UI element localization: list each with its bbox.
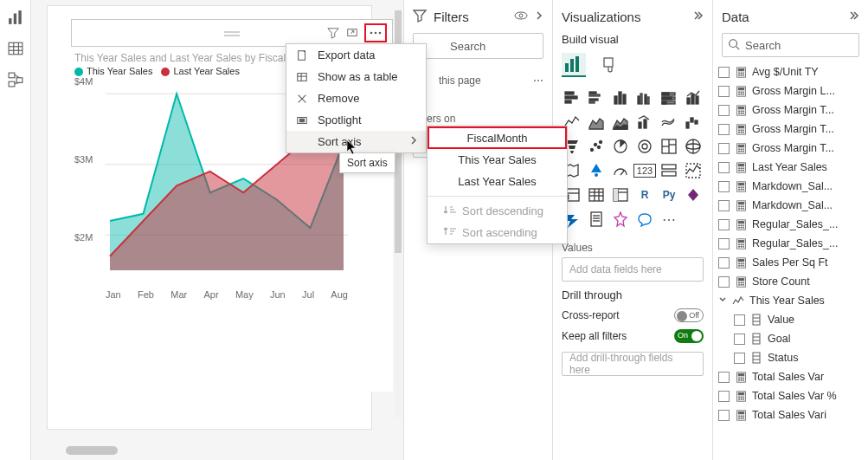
field-checkbox[interactable] [734, 334, 745, 345]
field-row[interactable]: Gross Margin T... [718, 120, 863, 139]
field-row[interactable]: Regular_Sales_... [718, 234, 863, 253]
menu-item-export-data[interactable]: Export data [286, 44, 426, 66]
filters-search[interactable]: Search [413, 33, 543, 59]
viz-type-azure-map[interactable] [586, 160, 607, 181]
collapse-icon[interactable] [847, 10, 859, 24]
report-view-icon[interactable] [7, 9, 24, 26]
sort-by-last-year-sales[interactable]: Last Year Sales [428, 171, 567, 192]
field-label: Gross Margin L... [752, 85, 835, 97]
model-view-icon[interactable] [7, 71, 24, 88]
field-checkbox[interactable] [718, 372, 730, 383]
field-row[interactable]: Total Sales Var % [718, 386, 863, 405]
field-checkbox[interactable] [718, 181, 730, 192]
viz-type-clustered-bar[interactable] [586, 87, 607, 108]
values-field-well[interactable]: Add data fields here [562, 257, 704, 282]
menu-item-show-as-a-table[interactable]: Show as a table [286, 66, 426, 87]
viz-type-paginated[interactable] [586, 209, 607, 230]
field-row[interactable]: Last Year Sales [718, 158, 863, 177]
field-checkbox[interactable] [718, 238, 730, 249]
viz-type-area[interactable] [586, 112, 607, 133]
field-row[interactable]: Gross Margin L... [718, 81, 863, 100]
viz-type-stacked-column[interactable] [610, 87, 631, 108]
viz-type-gauge[interactable] [610, 160, 631, 181]
viz-type-kpi[interactable] [683, 160, 704, 181]
field-row[interactable]: Gross Margin T... [718, 100, 863, 120]
viz-type-clustered-column[interactable] [634, 87, 655, 108]
collapse-icon[interactable] [535, 10, 543, 24]
keep-filters-toggle[interactable]: On [674, 329, 704, 343]
field-checkbox[interactable] [718, 200, 730, 211]
viz-type-multi-card[interactable] [659, 160, 679, 181]
svg-rect-29 [299, 119, 304, 122]
viz-type-treemap[interactable] [659, 136, 679, 157]
viz-type-more[interactable]: ⋯ [659, 209, 679, 230]
more-icon[interactable]: ⋯ [533, 75, 543, 87]
field-row[interactable]: Markdown_Sal... [718, 196, 863, 215]
field-row[interactable]: Markdown_Sal... [718, 177, 863, 196]
field-checkbox[interactable] [718, 219, 730, 230]
field-checkbox[interactable] [718, 276, 730, 288]
data-search[interactable]: Search [722, 33, 859, 57]
build-visual-tab[interactable] [562, 53, 586, 77]
field-checkbox[interactable] [718, 391, 730, 402]
field-row[interactable]: Total Sales Var [718, 367, 863, 386]
menu-item-remove[interactable]: Remove [286, 87, 426, 109]
field-row-expanded[interactable]: This Year Sales [718, 291, 863, 310]
sort-descending[interactable]: Sort descending [428, 200, 567, 222]
filter-icon[interactable] [326, 26, 340, 40]
viz-type-map[interactable] [683, 136, 704, 157]
field-checkbox[interactable] [718, 105, 730, 116]
viz-type-python[interactable]: Py [659, 185, 679, 205]
field-row-child[interactable]: Status [718, 348, 863, 367]
svg-point-195 [740, 284, 741, 285]
viz-type-power-apps[interactable] [683, 185, 704, 205]
viz-type-matrix[interactable] [610, 185, 631, 205]
field-checkbox[interactable] [718, 67, 730, 78]
viz-type-line-column[interactable] [634, 112, 655, 133]
field-checkbox[interactable] [718, 162, 730, 173]
cross-report-toggle[interactable]: Off [674, 308, 704, 322]
viz-type-pie[interactable] [610, 136, 631, 157]
viz-type-scatter[interactable] [586, 136, 607, 157]
menu-item-spotlight[interactable]: Spotlight [286, 109, 426, 131]
focus-icon[interactable] [345, 26, 359, 40]
show-filters-icon[interactable] [514, 10, 528, 24]
sort-by-fiscalmonth[interactable]: FiscalMonth [428, 126, 567, 149]
field-row[interactable]: Total Sales Vari [718, 405, 863, 424]
field-row-child[interactable]: Goal [718, 329, 863, 348]
viz-type-stacked-bar[interactable] [562, 87, 582, 108]
drill-through-well[interactable]: Add drill-through fields here [562, 352, 704, 376]
viz-type-ai[interactable] [610, 209, 631, 230]
field-row[interactable]: Regular_Sales_... [718, 215, 863, 234]
drag-handle-icon[interactable] [224, 27, 240, 40]
field-checkbox[interactable] [718, 257, 730, 269]
field-checkbox[interactable] [718, 124, 730, 135]
collapse-icon[interactable] [691, 10, 704, 24]
field-row[interactable]: Avg $/Unit TY [718, 62, 863, 81]
viz-type-table[interactable] [586, 185, 607, 205]
field-checkbox[interactable] [718, 410, 730, 421]
viz-type-stacked-bar-100[interactable] [659, 87, 679, 108]
sort-ascending[interactable]: Sort ascending [428, 222, 567, 243]
table-view-icon[interactable] [7, 40, 24, 57]
sort-by-this-year-sales[interactable]: This Year Sales [428, 149, 567, 171]
more-options-button[interactable] [364, 23, 387, 42]
viz-type-r[interactable]: R [634, 185, 655, 205]
field-row[interactable]: Store Count [718, 272, 863, 291]
field-checkbox[interactable] [734, 353, 745, 364]
field-checkbox[interactable] [718, 86, 730, 97]
field-checkbox[interactable] [718, 143, 730, 154]
field-row-child[interactable]: Value [718, 310, 863, 329]
field-row[interactable]: Gross Margin T... [718, 139, 863, 158]
viz-type-donut[interactable] [634, 136, 655, 157]
viz-type-card[interactable]: 123 [634, 160, 655, 181]
format-visual-tab[interactable] [598, 53, 622, 77]
canvas-hscroll[interactable] [66, 446, 118, 455]
field-row[interactable]: Sales Per Sq Ft [718, 253, 863, 272]
viz-type-ribbon[interactable] [659, 112, 679, 133]
field-checkbox[interactable] [734, 314, 745, 326]
viz-type-clustered-column-line[interactable] [683, 87, 704, 108]
viz-type-stacked-area[interactable] [610, 112, 631, 133]
viz-type-waterfall[interactable] [683, 112, 704, 133]
viz-type-narrative[interactable] [634, 209, 655, 230]
